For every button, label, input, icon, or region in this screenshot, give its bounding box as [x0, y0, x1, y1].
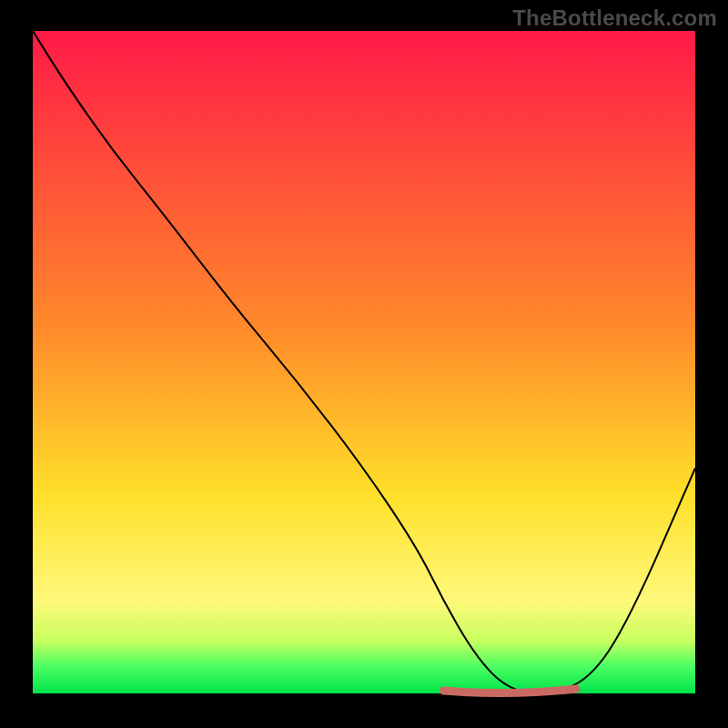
watermark-text: TheBottleneck.com [512, 5, 717, 31]
trough-marker [443, 689, 576, 693]
chart-container: TheBottleneck.com [0, 0, 728, 728]
gradient-background [33, 31, 695, 693]
chart-svg [0, 0, 728, 728]
